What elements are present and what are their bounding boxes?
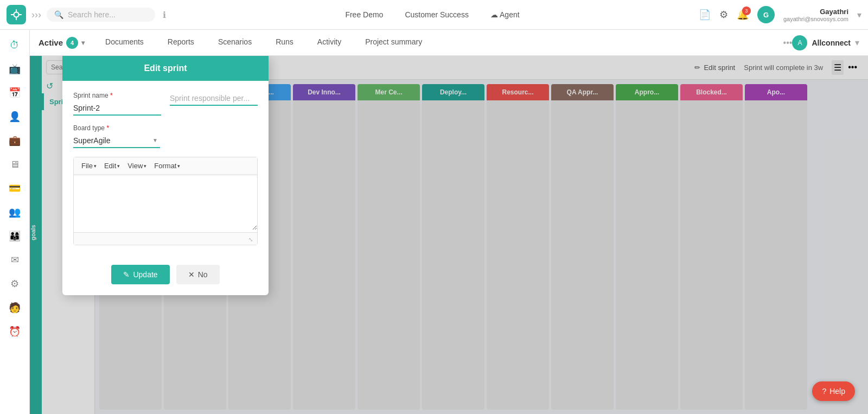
active-label: Active	[39, 38, 63, 47]
sprint-name-required: *	[110, 92, 113, 99]
sidebar-item-calendar[interactable]: 📅	[5, 83, 24, 103]
sidebar-item-group[interactable]: 👨‍👩‍👦	[5, 226, 24, 246]
no-icon: ✕	[188, 270, 195, 279]
content-area: Active 4 ▾ Documents Reports Scenarios R…	[30, 30, 868, 414]
sidebar-item-monitor[interactable]: 🖥	[5, 155, 24, 174]
help-button[interactable]: ? Help	[812, 381, 855, 401]
nav-tabs: Documents Reports Scenarios Runs Activit…	[93, 30, 783, 56]
nav-right: 📄 ⚙ 🔔 3 G Gayathri gayathri@snovosys.com…	[699, 6, 861, 23]
board-area: goals ↺ Sprint-2	[30, 56, 868, 414]
agent-icon: ☁	[490, 10, 498, 19]
main-layout: ⏱ 📺 📅 👤 💼 🖥 💳 👥 👨‍👩‍👦 ✉ ⚙ 🧑 ⏰ Active 4 ▾…	[0, 30, 868, 414]
sidebar-item-user[interactable]: 👤	[5, 107, 24, 126]
user-dropdown-icon[interactable]: ▾	[857, 10, 861, 20]
settings-icon[interactable]: ⚙	[719, 9, 728, 21]
toolbar-file[interactable]: File ▾	[78, 161, 100, 171]
agent-link[interactable]: ☁ Agent	[490, 10, 520, 19]
toolbar-format[interactable]: Format ▾	[151, 161, 183, 171]
editor-toolbar: File ▾ Edit ▾ View ▾	[74, 157, 257, 175]
modal-header: Edit sprint	[62, 56, 269, 81]
toolbar-edit[interactable]: Edit ▾	[101, 161, 123, 171]
sidebar-item-clock[interactable]: ⏰	[5, 322, 24, 341]
help-icon: ?	[822, 387, 826, 396]
info-icon[interactable]: ℹ	[163, 10, 166, 20]
sprint-name-field: Sprint name *	[73, 92, 161, 116]
edit-sprint-modal: Edit sprint Sprint name *	[62, 56, 269, 295]
toolbar-view-arrow: ▾	[144, 163, 146, 169]
editor-statusbar: ⤡	[74, 232, 257, 245]
project-name: Allconnect	[812, 39, 851, 47]
board-type-select[interactable]: SuperAgile Scrum Kanban	[73, 134, 160, 148]
tab-reports[interactable]: Reports	[156, 30, 206, 56]
toolbar-file-arrow: ▾	[94, 163, 97, 169]
resize-handle[interactable]: ⤡	[248, 237, 253, 243]
secondary-nav: Active 4 ▾ Documents Reports Scenarios R…	[30, 30, 868, 56]
sidebar-item-briefcase[interactable]: 💼	[5, 131, 24, 150]
active-dropdown-icon[interactable]: ▾	[81, 39, 85, 47]
tab-scenarios[interactable]: Scenarios	[206, 30, 264, 56]
active-count: 4	[66, 37, 78, 49]
sidebar-item-profile[interactable]: 🧑	[5, 298, 24, 317]
form-row-1: Sprint name *	[73, 92, 258, 116]
free-demo-link[interactable]: Free Demo	[345, 10, 383, 19]
sidebar-item-tv[interactable]: 📺	[5, 59, 24, 79]
board-type-label: Board type *	[73, 124, 160, 132]
svg-point-0	[14, 12, 18, 17]
search-icon: 🔍	[54, 10, 63, 19]
left-sidebar: ⏱ 📺 📅 👤 💼 🖥 💳 👥 👨‍👩‍👦 ✉ ⚙ 🧑 ⏰	[0, 30, 30, 414]
more-apps-icon[interactable]: ›››	[31, 9, 41, 21]
sprint-name-input[interactable]	[73, 101, 161, 116]
modal-body: Sprint name * Board type	[62, 81, 269, 265]
board-type-field: Board type * SuperAgile Scrum Kanban	[73, 124, 160, 148]
modal-footer: ✎ Update ✕ No	[62, 265, 269, 295]
toolbar-view[interactable]: View ▾	[124, 161, 150, 171]
tab-documents[interactable]: Documents	[93, 30, 156, 56]
active-badge[interactable]: Active 4 ▾	[39, 37, 85, 49]
user-name: Gayathri	[820, 8, 848, 16]
tab-activity[interactable]: Activity	[305, 30, 353, 56]
notifications-icon[interactable]: 🔔 3	[737, 9, 749, 21]
modal-title: Edit sprint	[144, 63, 187, 73]
sprint-responsible-field	[170, 92, 258, 116]
sidebar-item-team[interactable]: 👥	[5, 202, 24, 222]
sidebar-item-settings[interactable]: ⚙	[5, 274, 24, 294]
user-email: gayathri@snovosys.com	[783, 16, 848, 22]
top-navigation: ››› 🔍 Search here... ℹ Free Demo Custome…	[0, 0, 868, 30]
board-type-required: *	[106, 124, 109, 132]
toolbar-format-arrow: ▾	[177, 163, 180, 169]
sidebar-item-dashboard[interactable]: ⏱	[5, 35, 24, 55]
no-button[interactable]: ✕ No	[176, 265, 220, 284]
sprint-responsible-input[interactable]	[170, 92, 258, 106]
sprint-name-label: Sprint name *	[73, 92, 161, 99]
sidebar-item-card[interactable]: 💳	[5, 179, 24, 198]
tab-project-summary[interactable]: Project summary	[353, 30, 434, 56]
update-icon: ✎	[123, 270, 130, 279]
avatar[interactable]: G	[757, 6, 775, 23]
sidebar-item-mail[interactable]: ✉	[5, 250, 24, 270]
toolbar-edit-arrow: ▾	[117, 163, 120, 169]
project-dropdown-icon[interactable]: ▾	[855, 37, 859, 48]
customer-success-link[interactable]: Customer Success	[405, 10, 468, 19]
search-bar[interactable]: 🔍 Search here...	[47, 8, 155, 22]
board-type-select-wrapper: SuperAgile Scrum Kanban	[73, 134, 160, 148]
tab-runs[interactable]: Runs	[264, 30, 305, 56]
nav-center: Free Demo Customer Success ☁ Agent	[171, 10, 693, 19]
update-button[interactable]: ✎ Update	[111, 265, 169, 284]
text-editor: File ▾ Edit ▾ View ▾	[73, 157, 258, 245]
document-icon[interactable]: 📄	[699, 9, 711, 21]
search-placeholder: Search here...	[68, 10, 116, 19]
editor-textarea[interactable]	[74, 176, 257, 230]
user-info: Gayathri gayathri@snovosys.com	[783, 8, 848, 22]
project-info: A Allconnect ▾	[792, 35, 859, 50]
notification-badge: 3	[742, 7, 751, 15]
app-logo[interactable]	[7, 5, 26, 24]
project-avatar: A	[792, 35, 807, 50]
more-tabs-icon[interactable]: •••	[783, 38, 793, 48]
